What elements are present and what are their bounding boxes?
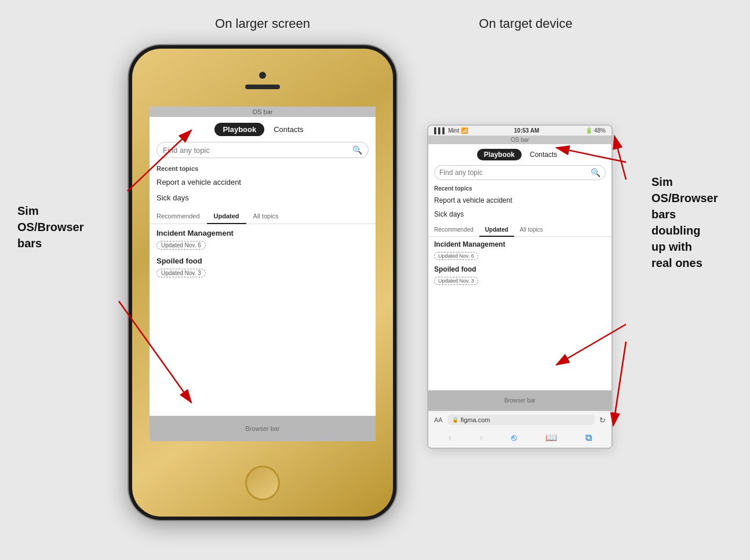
device-card-2[interactable]: Spoiled food Updated Nov. 3 xyxy=(428,262,611,287)
device-tabs-nav: Recommended Updated All topics xyxy=(428,224,611,237)
phone-tab-bar: Playbook Contacts xyxy=(150,117,376,140)
safari-share-button[interactable]: ⎋ xyxy=(511,433,517,443)
phone-mockup-left: OS bar Playbook Contacts 🔍 Recent topics… xyxy=(129,45,396,520)
device-recent-label: Recent topics xyxy=(428,184,611,193)
wifi-icon: 📶 xyxy=(461,127,468,134)
arrow-real-status-right xyxy=(614,136,626,180)
battery-icon: 🔋 xyxy=(585,127,592,134)
device-app-content: Playbook Contacts 🔍 Recent topics Report… xyxy=(428,144,611,411)
phone-card-2[interactable]: Spoiled food Updated Nov. 3 xyxy=(150,252,376,280)
phone-topic-2[interactable]: Sick days xyxy=(150,190,376,206)
phone-topic-1[interactable]: Report a vehicle accident xyxy=(150,174,376,190)
device-card-1[interactable]: Incident Management Updated Nov. 6 xyxy=(428,237,611,262)
signal-icon: ▌▌▌ xyxy=(434,127,446,134)
device-tab-bar: Playbook Contacts xyxy=(428,144,611,163)
device-card-2-badge: Updated Nov. 3 xyxy=(434,277,478,285)
phone-card-2-title: Spoiled food xyxy=(156,257,369,265)
phone-camera xyxy=(259,72,266,79)
device-right-mockup: ▌▌▌ Mint 📶 10:53 AM 🔋 48% OS bar Playboo… xyxy=(427,125,613,449)
safari-aa-button[interactable]: AA xyxy=(434,416,443,423)
phone-card-1-badge: Updated Nov. 6 xyxy=(156,241,206,250)
device-card-2-title: Spoiled food xyxy=(434,265,606,273)
device-tab-recommended[interactable]: Recommended xyxy=(428,224,479,236)
device-os-bar: OS bar xyxy=(428,136,611,144)
safari-url-text: figma.com xyxy=(461,416,490,423)
phone-os-bar: OS bar xyxy=(150,107,376,117)
arrow-safari-bar-right xyxy=(613,342,626,426)
sim-label-left: Sim OS/Browser bars xyxy=(17,203,83,251)
device-safari-url-row: AA 🔒 figma.com ↻ xyxy=(428,411,611,429)
phone-card-1[interactable]: Incident Management Updated Nov. 6 xyxy=(150,224,376,252)
phone-app-content: Playbook Contacts 🔍 Recent topics Report… xyxy=(150,117,376,416)
device-topic-1[interactable]: Report a vehicle accident xyxy=(428,193,611,207)
device-card-1-title: Incident Management xyxy=(434,240,606,248)
device-safari-nav-row: ‹ › ⎋ 📖 ⧉ xyxy=(428,429,611,448)
battery-pct: 48% xyxy=(594,127,606,134)
phone-browser-bar: Browser bar xyxy=(150,416,376,441)
device-browser-bar: Browser bar xyxy=(428,390,611,411)
device-tab-playbook[interactable]: Playbook xyxy=(477,149,522,160)
device-status-bar: ▌▌▌ Mint 📶 10:53 AM 🔋 48% xyxy=(428,126,611,136)
phone-search-input[interactable] xyxy=(163,146,349,155)
phone-search-icon: 🔍 xyxy=(352,145,362,155)
device-tab-updated[interactable]: Updated xyxy=(479,224,514,237)
phone-tabs-nav: Recommended Updated All topics xyxy=(150,209,376,224)
device-tab-contacts[interactable]: Contacts xyxy=(524,149,563,160)
sim-label-right: Sim OS/Browser bars doubling up with rea… xyxy=(651,174,744,271)
safari-lock-icon: 🔒 xyxy=(452,417,458,423)
phone-tab-playbook[interactable]: Playbook xyxy=(214,123,264,136)
phone-tab-contacts[interactable]: Contacts xyxy=(267,123,310,136)
phone-card-1-title: Incident Management xyxy=(156,229,369,237)
safari-tabs-button[interactable]: ⧉ xyxy=(585,433,592,443)
phone-speaker xyxy=(245,85,280,89)
device-search-bar[interactable]: 🔍 xyxy=(434,165,606,180)
carrier-name: Mint xyxy=(448,127,459,134)
safari-reload-button[interactable]: ↻ xyxy=(599,416,606,424)
phone-home-button[interactable] xyxy=(245,466,280,500)
phone-screen: OS bar Playbook Contacts 🔍 Recent topics… xyxy=(150,107,376,441)
right-section-label: On target device xyxy=(427,16,624,31)
device-tab-all[interactable]: All topics xyxy=(514,224,549,236)
phone-tab-all[interactable]: All topics xyxy=(246,209,286,224)
safari-bookmarks-button[interactable]: 📖 xyxy=(545,432,557,443)
device-safari-bar: AA 🔒 figma.com ↻ ‹ › ⎋ 📖 ⧉ xyxy=(428,411,611,448)
device-status-right: 🔋 48% xyxy=(585,127,606,134)
device-card-1-badge: Updated Nov. 6 xyxy=(434,252,478,260)
phone-tab-recommended[interactable]: Recommended xyxy=(150,209,207,224)
device-search-icon: 🔍 xyxy=(591,168,600,177)
phone-search-bar[interactable]: 🔍 xyxy=(156,142,369,158)
left-section-label: On larger screen xyxy=(129,16,396,31)
phone-tab-updated[interactable]: Updated xyxy=(207,209,246,224)
device-search-input[interactable] xyxy=(439,169,588,177)
device-status-left: ▌▌▌ Mint 📶 xyxy=(434,127,468,134)
phone-recent-label: Recent topics xyxy=(150,163,376,174)
safari-url-box[interactable]: 🔒 figma.com xyxy=(447,415,595,425)
phone-card-2-badge: Updated Nov. 3 xyxy=(156,269,206,277)
device-status-time: 10:53 AM xyxy=(514,127,540,134)
device-topic-2[interactable]: Sick days xyxy=(428,207,611,221)
safari-back-button[interactable]: ‹ xyxy=(448,433,451,443)
safari-forward-button[interactable]: › xyxy=(480,433,483,443)
